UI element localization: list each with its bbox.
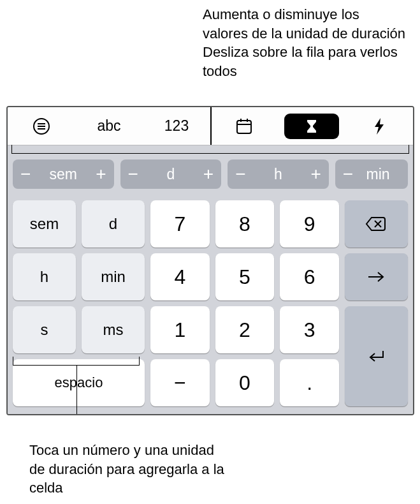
plus-icon[interactable]: + — [310, 165, 321, 183]
svg-rect-4 — [237, 121, 251, 133]
unit-stepper-min[interactable]: − min — [335, 159, 408, 189]
unit-stepper-h[interactable]: − h + — [228, 159, 329, 189]
date-mode-button[interactable] — [210, 107, 278, 145]
hourglass-icon — [305, 118, 319, 135]
arrow-right-icon — [366, 271, 386, 283]
unit-key-d[interactable]: d — [82, 200, 145, 248]
dot-key[interactable]: . — [280, 359, 339, 406]
duration-keyboard: abc 123 − sem + − d + − h + — [6, 106, 414, 415]
backspace-key[interactable] — [345, 200, 408, 248]
digit-3[interactable]: 3 — [280, 306, 339, 353]
unit-key-s[interactable]: s — [13, 306, 76, 353]
plus-icon[interactable]: + — [203, 165, 214, 183]
unit-stepper-d[interactable]: − d + — [120, 159, 222, 189]
formula-mode-button[interactable] — [345, 107, 413, 145]
minus-icon[interactable]: − — [128, 165, 138, 183]
unit-label: min — [353, 166, 403, 183]
unit-label: sem — [31, 166, 96, 183]
digit-5[interactable]: 5 — [215, 253, 275, 300]
list-icon — [33, 117, 50, 135]
bracket-top — [11, 145, 409, 154]
unit-key-ms[interactable]: ms — [82, 306, 145, 353]
digit-9[interactable]: 9 — [280, 200, 339, 248]
next-key[interactable] — [345, 253, 408, 300]
return-icon — [366, 349, 386, 364]
unit-key-h[interactable]: h — [13, 253, 76, 300]
abc-mode-button[interactable]: abc — [75, 107, 143, 145]
numeric-mode-button[interactable]: 123 — [143, 107, 210, 145]
digit-2[interactable]: 2 — [215, 306, 275, 353]
unit-key-min[interactable]: min — [82, 253, 145, 300]
annotation-top: Aumenta o disminuye los valores de la un… — [203, 5, 407, 81]
minus-key[interactable]: − — [150, 359, 210, 406]
space-key[interactable]: espacio — [13, 359, 145, 406]
return-key[interactable] — [345, 306, 408, 406]
list-mode-button[interactable] — [8, 107, 75, 145]
unit-label: h — [246, 166, 311, 183]
bolt-icon — [372, 117, 386, 136]
digit-0[interactable]: 0 — [215, 359, 275, 406]
digit-4[interactable]: 4 — [150, 253, 210, 300]
digit-8[interactable]: 8 — [215, 200, 275, 248]
digit-6[interactable]: 6 — [280, 253, 339, 300]
minus-icon[interactable]: − — [343, 165, 353, 183]
calendar-icon — [235, 117, 254, 136]
unit-label: d — [138, 166, 203, 183]
bracket-bottom — [13, 357, 140, 366]
digit-7[interactable]: 7 — [150, 200, 210, 248]
digit-1[interactable]: 1 — [150, 306, 210, 353]
keypad: sem d 7 8 9 h min 4 5 6 s ms 1 2 3 espac… — [8, 194, 413, 414]
plus-icon[interactable]: + — [96, 165, 106, 183]
unit-stepper-sem[interactable]: − sem + — [13, 159, 114, 189]
annotation-bottom: Toca un número y una unidad de duración … — [29, 441, 227, 498]
duration-mode-button[interactable] — [278, 107, 345, 145]
unit-key-sem[interactable]: sem — [13, 200, 76, 248]
minus-icon[interactable]: − — [235, 165, 245, 183]
backspace-icon — [365, 216, 387, 232]
minus-icon[interactable]: − — [20, 165, 31, 183]
